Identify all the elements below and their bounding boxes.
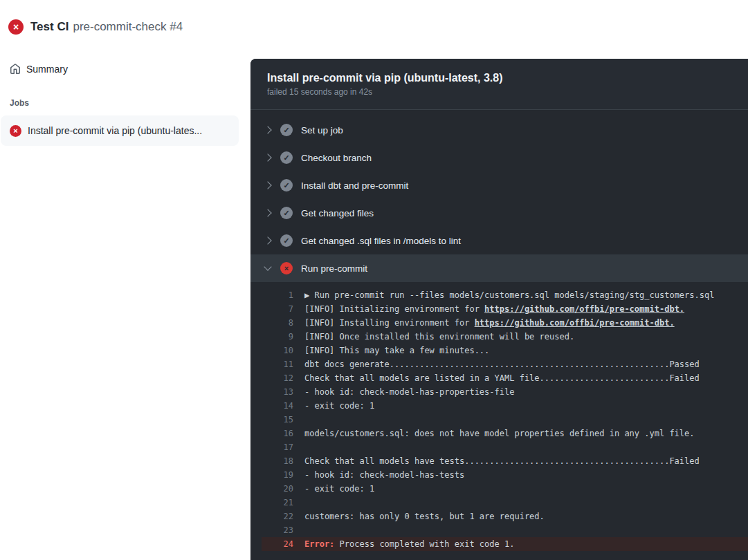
log-link[interactable]: https://github.com/offbi/pre-commit-dbt. <box>484 304 684 314</box>
jobs-section-label: Jobs <box>10 98 250 108</box>
log-text-segment: [INFO] Once installed this environment w… <box>304 332 574 342</box>
job-panel-header: Install pre-commit via pip (ubuntu-lates… <box>250 59 748 110</box>
log-line: 15 <box>262 413 748 427</box>
log-line-number[interactable]: 14 <box>262 399 293 413</box>
log-line: 14- exit code: 1 <box>262 399 748 413</box>
sidebar: Summary Jobs × Install pre-commit via pi… <box>0 54 250 560</box>
log-text-segment: models/customers.sql: does not have mode… <box>304 429 695 438</box>
step-label: Get changed files <box>301 208 374 218</box>
log-line-text: Check that all models have tests........… <box>304 454 700 468</box>
log-line: 1▶ Run pre-commit run --files models/cus… <box>262 288 748 302</box>
log-line-number[interactable]: 7 <box>262 302 293 316</box>
log-line-number[interactable]: 19 <box>262 468 293 482</box>
log-line: 23 <box>262 523 748 537</box>
log-line-number[interactable]: 11 <box>262 357 293 371</box>
log-line-text: [INFO] Initializing environment for http… <box>304 302 684 316</box>
log-text-segment: - hook id: check-model-has-properties-fi… <box>304 387 514 397</box>
step-label: Get changed .sql files in /models to lin… <box>301 236 461 246</box>
log-line: 20- exit code: 1 <box>262 482 748 496</box>
log-line-number[interactable]: 22 <box>262 510 293 523</box>
log-line-number[interactable]: 13 <box>262 385 293 399</box>
log-line-text: Error: Process completed with exit code … <box>304 537 514 551</box>
chevron-right-icon <box>263 153 273 162</box>
error-label: Error: <box>304 539 340 549</box>
log-text-segment: [INFO] Installing environment for <box>304 318 475 328</box>
step-row[interactable]: ✓Get changed files <box>250 199 748 227</box>
job-log-panel: Install pre-commit via pip (ubuntu-lates… <box>250 59 748 560</box>
log-line-number[interactable]: 9 <box>262 330 293 344</box>
log-text-segment: customers: has only 0 tests, but 1 are r… <box>304 512 545 521</box>
log-line-text: - hook id: check-model-has-tests <box>304 468 464 482</box>
log-line-number[interactable]: 24 <box>262 537 293 551</box>
log-line-number[interactable]: 10 <box>262 344 293 357</box>
chevron-right-icon <box>263 236 273 245</box>
log-line-number[interactable]: 12 <box>262 371 293 385</box>
log-text-segment: [INFO] This may take a few minutes... <box>304 346 489 355</box>
chevron-down-icon <box>263 263 273 273</box>
step-row[interactable]: ✓Get changed .sql files in /models to li… <box>250 227 748 254</box>
sidebar-item-summary[interactable]: Summary <box>10 64 250 75</box>
log-line-number[interactable]: 17 <box>262 440 293 454</box>
log-line: 21 <box>262 496 748 510</box>
step-label: Checkout branch <box>301 153 372 163</box>
step-row[interactable]: ×Run pre-commit <box>250 254 748 282</box>
log-line: 11dbt docs generate.....................… <box>262 357 748 371</box>
step-success-icon: ✓ <box>280 207 293 219</box>
log-line: 16models/customers.sql: does not have mo… <box>262 427 748 440</box>
run-failed-icon: × <box>8 19 24 35</box>
chevron-right-icon <box>263 125 273 135</box>
log-text-segment: - exit code: 1 <box>304 401 374 411</box>
log-line-number[interactable]: 21 <box>262 496 293 510</box>
log-line: 22customers: has only 0 tests, but 1 are… <box>262 510 748 523</box>
chevron-right-icon <box>263 180 273 190</box>
step-success-icon: ✓ <box>280 151 293 164</box>
log-line: 24Error: Process completed with exit cod… <box>262 537 748 551</box>
log-line: 17 <box>262 440 748 454</box>
log-text-segment: Process completed with exit code 1. <box>340 539 515 549</box>
log-line-text: - hook id: check-model-has-properties-fi… <box>304 385 514 399</box>
step-row[interactable]: ✓Set up job <box>250 116 748 144</box>
log-line-number[interactable]: 18 <box>262 454 293 468</box>
log-text-segment: Run pre-commit run --files models/custom… <box>314 290 714 300</box>
log-line: 19- hook id: check-model-has-tests <box>262 468 748 482</box>
log-line-text: - exit code: 1 <box>304 482 374 496</box>
log-text-segment: dbt docs generate.......................… <box>304 360 700 369</box>
log-line-text: - exit code: 1 <box>304 399 374 413</box>
log-line-text: dbt docs generate.......................… <box>304 357 700 371</box>
log-line-number[interactable]: 8 <box>262 316 293 330</box>
log-line-text: models/customers.sql: does not have mode… <box>304 427 695 440</box>
log-line: 8[INFO] Installing environment for https… <box>262 316 748 330</box>
log-line: 13- hook id: check-model-has-properties-… <box>262 385 748 399</box>
log-line: 18Check that all models have tests......… <box>262 454 748 468</box>
log-line-text: Check that all models are listed in a YA… <box>304 371 700 385</box>
log-line-text: [INFO] Once installed this environment w… <box>304 330 574 344</box>
job-status-line: failed 15 seconds ago in 42s <box>267 87 731 97</box>
job-item-label: Install pre-commit via pip (ubuntu-lates… <box>28 125 202 136</box>
step-row[interactable]: ✓Checkout branch <box>250 144 748 171</box>
steps-list: ✓Set up job✓Checkout branch✓Install dbt … <box>250 110 748 282</box>
log-line-text: ▶ Run pre-commit run --files models/cust… <box>304 288 714 302</box>
expand-toggle-icon[interactable]: ▶ <box>304 290 314 300</box>
log-text-segment: - hook id: check-model-has-tests <box>304 470 464 480</box>
log-output: 1▶ Run pre-commit run --files models/cus… <box>250 282 748 551</box>
step-success-icon: ✓ <box>280 124 293 136</box>
job-title: Install pre-commit via pip (ubuntu-lates… <box>267 71 731 85</box>
sidebar-job-item-install-pre-commit[interactable]: × Install pre-commit via pip (ubuntu-lat… <box>1 115 239 146</box>
log-link[interactable]: https://github.com/offbi/pre-commit-dbt. <box>475 318 675 328</box>
step-failed-icon: × <box>280 262 293 274</box>
run-title: Test CI pre-commit-check #4 <box>30 20 183 34</box>
log-line-number[interactable]: 15 <box>262 413 293 427</box>
step-label: Install dbt and pre-commit <box>301 180 408 191</box>
log-line-number[interactable]: 20 <box>262 482 293 496</box>
chevron-right-icon <box>263 208 273 218</box>
log-line-number[interactable]: 23 <box>262 523 293 537</box>
step-row[interactable]: ✓Install dbt and pre-commit <box>250 171 748 199</box>
log-text-segment: - exit code: 1 <box>304 484 374 494</box>
step-success-icon: ✓ <box>280 234 293 247</box>
run-name: pre-commit-check #4 <box>73 20 183 34</box>
log-line-number[interactable]: 16 <box>262 427 293 440</box>
job-failed-icon: × <box>10 125 21 137</box>
workflow-run-page: × Test CI pre-commit-check #4 Summary Jo… <box>0 0 748 560</box>
step-label: Run pre-commit <box>301 263 367 274</box>
log-line-number[interactable]: 1 <box>262 288 293 302</box>
